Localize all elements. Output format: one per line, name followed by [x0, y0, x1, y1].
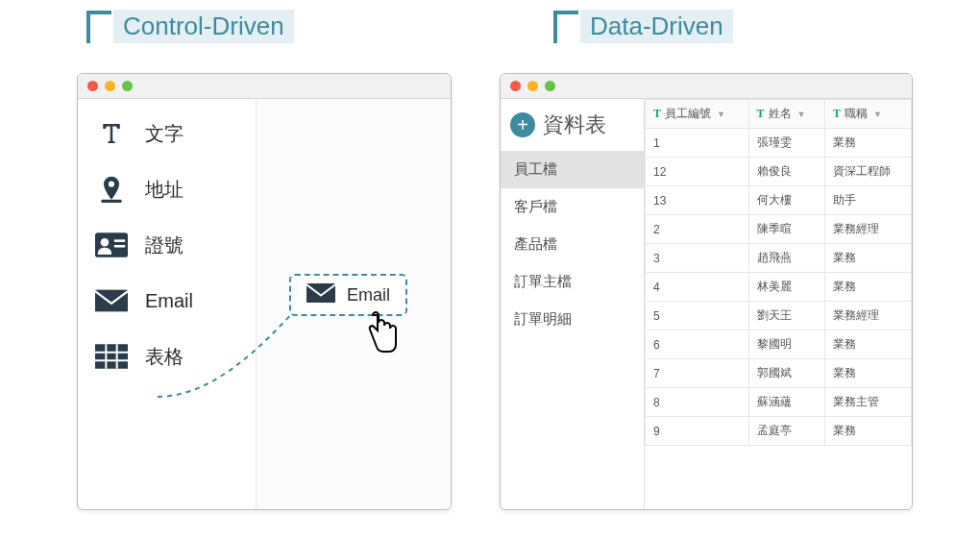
sort-icon: ▼: [873, 110, 882, 119]
table-cell: 2: [646, 215, 749, 244]
table-cell: 8: [646, 388, 749, 417]
table-cell: 5: [646, 302, 749, 330]
control-driven-window: 文字 地址 證號 Email 表格 Email: [77, 73, 452, 510]
column-name: 職稱: [845, 106, 868, 122]
tool-label: 證號: [145, 232, 184, 258]
table-cell: 業務: [824, 244, 911, 273]
datasource-item[interactable]: 訂單明細: [501, 301, 644, 338]
table-cell: 業務: [824, 359, 911, 388]
table-cell: 資深工程師: [824, 158, 911, 186]
text-type-icon: T: [653, 107, 661, 121]
svg-rect-4: [114, 245, 125, 248]
tool-text[interactable]: 文字: [93, 118, 240, 149]
table-cell: 1: [646, 129, 749, 158]
map-pin-icon: [93, 174, 130, 205]
table-row[interactable]: 2陳季暄業務經理: [646, 215, 912, 244]
tool-email[interactable]: Email: [93, 285, 240, 316]
envelope-icon: [93, 285, 130, 316]
table-cell: 助手: [824, 186, 911, 215]
datasource-title: 資料表: [543, 110, 606, 139]
table-row[interactable]: 6黎國明業務: [646, 330, 912, 359]
window-maximize-icon[interactable]: [122, 81, 133, 91]
table-cell: 9: [646, 417, 749, 446]
table-cell: 13: [646, 186, 749, 215]
datasource-header: + 資料表: [501, 99, 644, 151]
section-label-right: Data-Driven: [553, 10, 733, 43]
datasource-item[interactable]: 產品檔: [501, 226, 644, 263]
tool-idno[interactable]: 證號: [93, 230, 240, 260]
chip-label: Email: [347, 285, 390, 306]
table-cell: 劉天王: [748, 302, 824, 330]
svg-rect-5: [95, 290, 128, 312]
cursor-hand-icon: [360, 309, 401, 359]
datasource-item[interactable]: 員工檔: [501, 151, 644, 188]
table-cell: 何大樓: [748, 186, 824, 215]
tool-label: Email: [145, 290, 193, 312]
window-close-icon[interactable]: [510, 81, 521, 91]
table-cell: 業務經理: [824, 302, 911, 330]
data-grid[interactable]: T員工編號▼T姓名▼T職稱▼ 1張瑾雯業務12賴俊良資深工程師13何大樓助手2陳…: [645, 99, 912, 509]
table-cell: 蘇涵蘊: [748, 388, 824, 417]
table-cell: 業務: [824, 129, 911, 158]
table-cell: 3: [646, 244, 749, 273]
table-cell: 業務主管: [824, 388, 911, 417]
table-row[interactable]: 13何大樓助手: [646, 186, 912, 215]
text-icon: [93, 118, 130, 149]
table-cell: 孟庭亭: [748, 417, 824, 446]
sort-icon: ▼: [797, 110, 806, 119]
svg-rect-11: [306, 283, 335, 303]
tool-address[interactable]: 地址: [93, 174, 240, 205]
data-driven-window: + 資料表 員工檔客戶檔產品檔訂單主檔訂單明細 T員工編號▼T姓名▼T職稱▼ 1…: [500, 73, 913, 510]
column-header[interactable]: T職稱▼: [824, 100, 911, 129]
sort-icon: ▼: [717, 110, 725, 119]
tool-label: 文字: [145, 121, 184, 147]
table-row[interactable]: 9孟庭亭業務: [646, 417, 912, 446]
window-titlebar: [78, 74, 451, 99]
table-row[interactable]: 5劉天王業務經理: [646, 302, 912, 330]
tool-label: 地址: [145, 177, 184, 203]
table-row[interactable]: 3趙飛燕業務: [646, 244, 912, 273]
svg-rect-0: [101, 200, 121, 203]
window-minimize-icon[interactable]: [105, 81, 115, 91]
table-cell: 6: [646, 330, 749, 359]
text-type-icon: T: [833, 107, 841, 121]
svg-rect-6: [95, 344, 128, 369]
window-close-icon[interactable]: [87, 81, 98, 91]
table-cell: 賴俊良: [748, 158, 824, 186]
section-label-left: Control-Driven: [86, 10, 294, 43]
bracket-icon: [553, 11, 578, 43]
table-row[interactable]: 8蘇涵蘊業務主管: [646, 388, 912, 417]
table-cell: 4: [646, 273, 749, 302]
table-cell: 7: [646, 359, 749, 388]
table-row[interactable]: 4林美麗業務: [646, 273, 912, 302]
column-header[interactable]: T員工編號▼: [646, 100, 749, 129]
table-cell: 12: [646, 158, 749, 186]
column-name: 姓名: [769, 106, 792, 122]
table-row[interactable]: 7郭國斌業務: [646, 359, 912, 388]
table-cell: 張瑾雯: [748, 129, 824, 158]
datasource-item[interactable]: 訂單主檔: [501, 263, 644, 301]
table-cell: 黎國明: [748, 330, 824, 359]
table-cell: 趙飛燕: [748, 244, 824, 273]
window-maximize-icon[interactable]: [545, 81, 555, 91]
table-row[interactable]: 1張瑾雯業務: [646, 129, 912, 158]
table-cell: 業務: [824, 417, 911, 446]
window-titlebar: [501, 74, 912, 99]
tool-table[interactable]: 表格: [93, 341, 240, 372]
text-type-icon: T: [757, 107, 765, 121]
employee-table: T員工編號▼T姓名▼T職稱▼ 1張瑾雯業務12賴俊良資深工程師13何大樓助手2陳…: [645, 99, 912, 446]
column-header[interactable]: T姓名▼: [748, 100, 824, 129]
envelope-icon: [306, 283, 335, 306]
svg-point-2: [101, 238, 110, 246]
table-cell: 業務: [824, 330, 911, 359]
design-canvas[interactable]: Email: [256, 99, 451, 509]
add-datasource-button[interactable]: +: [510, 112, 535, 137]
section-label-text: Control-Driven: [113, 10, 294, 43]
datasource-sidebar: + 資料表 員工檔客戶檔產品檔訂單主檔訂單明細: [501, 99, 645, 509]
table-cell: 業務經理: [824, 215, 911, 244]
datasource-item[interactable]: 客戶檔: [501, 188, 644, 226]
table-row[interactable]: 12賴俊良資深工程師: [646, 158, 912, 186]
id-card-icon: [93, 230, 130, 260]
window-minimize-icon[interactable]: [527, 81, 538, 91]
column-name: 員工編號: [665, 106, 711, 122]
